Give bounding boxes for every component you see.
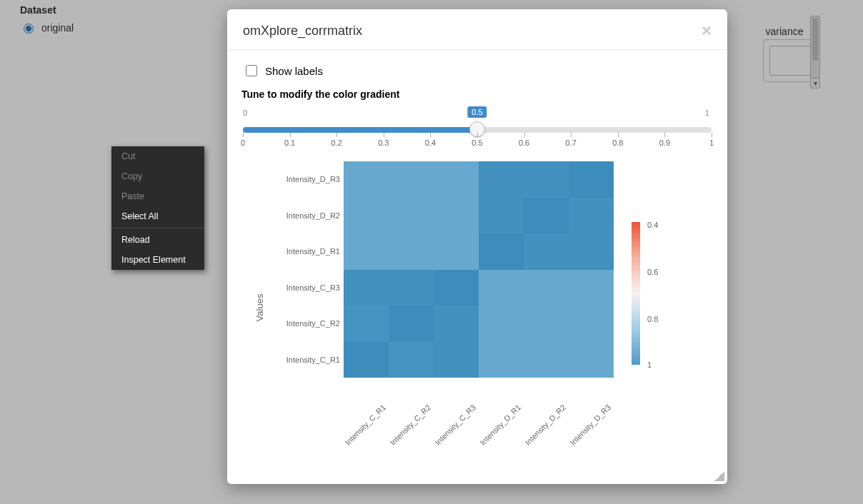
colorbar-tick-label: 0.8 (647, 315, 658, 323)
ctx-select-all[interactable]: Select All (111, 206, 204, 226)
y-axis-title: Values (254, 294, 265, 322)
x-tick-label: Intensity_D_R3 (568, 403, 612, 447)
slider-title: Tune to modify the color gradient (241, 89, 713, 100)
heatmap-cell[interactable] (479, 161, 524, 198)
heatmap-cell[interactable] (479, 342, 524, 378)
ctx-reload[interactable]: Reload (111, 230, 204, 250)
colorbar-tick-label: 0.6 (647, 268, 658, 276)
heatmap-cell[interactable] (479, 233, 524, 270)
y-tick-label: Intensity_D_R2 (286, 211, 340, 220)
heatmap-cell[interactable] (389, 233, 434, 270)
slider-tick (290, 133, 291, 137)
slider-tick-label: 0.4 (425, 138, 436, 147)
modal-header: omXplore_corrmatrix × (227, 9, 727, 50)
x-axis-labels: Intensity_C_R1Intensity_C_R2Intensity_C_… (344, 383, 614, 447)
heatmap-cell[interactable] (524, 233, 569, 270)
heatmap-cell[interactable] (389, 342, 434, 378)
slider-value-bubble: 0.5 (467, 106, 487, 118)
colorbar-tick-label: 1 (647, 361, 652, 369)
heatmap-cell[interactable] (479, 198, 524, 234)
heatmap-cell[interactable] (434, 270, 479, 306)
slider-tick (571, 133, 572, 137)
slider-tick (430, 133, 431, 137)
x-tick-label: Intensity_C_R3 (433, 403, 477, 447)
slider-tick-label: 1 (709, 138, 714, 147)
slider-tick-label: 0 (241, 138, 245, 147)
slider-min-label: 0 (243, 109, 247, 117)
slider-tick (384, 133, 384, 137)
slider-max-label: 1 (705, 109, 709, 117)
heatmap-cell[interactable] (434, 233, 479, 270)
y-tick-label: Intensity_C_R1 (286, 356, 340, 364)
x-tick-label: Intensity_D_R1 (478, 403, 522, 447)
slider-fill (243, 127, 477, 133)
heatmap-cell[interactable] (389, 270, 434, 306)
show-labels-checkbox-row[interactable]: Show labels (243, 63, 713, 79)
heatmap-cell[interactable] (569, 270, 614, 306)
y-tick-label: Intensity_D_R1 (286, 247, 340, 256)
heatmap-chart: Values Intensity_D_R3Intensity_D_R2Inten… (247, 161, 713, 454)
modal-body: Show labels Tune to modify the color gra… (227, 50, 727, 464)
heatmap-cell[interactable] (344, 306, 389, 342)
gradient-slider[interactable]: 0 1 0.5 00.10.20.30.40.50.60.70.80.91 (243, 109, 712, 148)
heatmap-cell[interactable] (344, 342, 389, 378)
heatmap-cell[interactable] (344, 233, 389, 270)
slider-tick-label: 0.7 (566, 138, 577, 147)
heatmap-cell[interactable] (434, 306, 479, 342)
heatmap-cell[interactable] (389, 161, 434, 198)
slider-tick (524, 133, 525, 137)
heatmap-cell[interactable] (569, 161, 614, 198)
heatmap-cell[interactable] (524, 342, 569, 378)
heatmap-cell[interactable] (344, 161, 389, 198)
slider-tick (336, 133, 337, 137)
heatmap-cell[interactable] (434, 342, 479, 378)
context-menu: Cut Copy Paste Select All Reload Inspect… (111, 146, 204, 270)
heatmap-cell[interactable] (569, 233, 614, 270)
ctx-cut[interactable]: Cut (111, 146, 204, 166)
x-tick-label: Intensity_C_R1 (343, 403, 387, 447)
x-tick-label: Intensity_D_R2 (523, 403, 567, 447)
colorbar: 0.40.60.81 (632, 222, 682, 365)
show-labels-checkbox[interactable] (246, 65, 257, 76)
resize-grip-icon[interactable] (714, 471, 724, 481)
slider-tick (712, 133, 712, 137)
heatmap-cell[interactable] (479, 306, 524, 342)
heatmap-cell[interactable] (434, 198, 479, 234)
slider-tick-label: 0.3 (378, 138, 389, 147)
modal-title: omXplore_corrmatrix (243, 24, 362, 39)
heatmap-cell[interactable] (524, 198, 569, 234)
colorbar-gradient (632, 222, 640, 365)
y-tick-label: Intensity_C_R3 (286, 283, 340, 292)
ctx-inspect[interactable]: Inspect Element (111, 250, 204, 270)
slider-tick-label: 0.5 (472, 138, 482, 147)
heatmap-cell[interactable] (524, 161, 569, 198)
heatmap-cell[interactable] (389, 198, 434, 234)
ctx-separator (111, 228, 204, 228)
ctx-paste[interactable]: Paste (111, 186, 204, 206)
heatmap-cell[interactable] (389, 306, 434, 342)
heatmap-cell[interactable] (524, 306, 569, 342)
heatmap-cell[interactable] (569, 342, 614, 378)
heatmap-grid[interactable] (344, 161, 614, 378)
heatmap-cell[interactable] (434, 161, 479, 198)
heatmap-cell[interactable] (344, 270, 389, 306)
slider-tick-label: 0.2 (331, 138, 342, 147)
slider-tick-label: 0.1 (284, 138, 295, 147)
x-tick-label: Intensity_C_R2 (388, 403, 432, 447)
close-icon[interactable]: × (702, 22, 712, 39)
heatmap-cell[interactable] (569, 306, 614, 342)
slider-tick-label: 0.8 (612, 138, 623, 147)
slider-tick-label: 0.6 (519, 138, 529, 147)
slider-tick (664, 133, 665, 137)
y-tick-label: Intensity_D_R3 (286, 175, 340, 183)
corrmatrix-modal: omXplore_corrmatrix × Show labels Tune t… (227, 9, 727, 484)
heatmap-cell[interactable] (344, 198, 389, 234)
show-labels-text: Show labels (265, 65, 323, 77)
y-tick-label: Intensity_C_R2 (286, 319, 340, 328)
colorbar-tick-label: 0.4 (647, 221, 658, 229)
heatmap-cell[interactable] (524, 270, 569, 306)
heatmap-cell[interactable] (479, 270, 524, 306)
slider-tick (477, 133, 478, 137)
heatmap-cell[interactable] (569, 198, 614, 234)
ctx-copy[interactable]: Copy (111, 166, 204, 186)
